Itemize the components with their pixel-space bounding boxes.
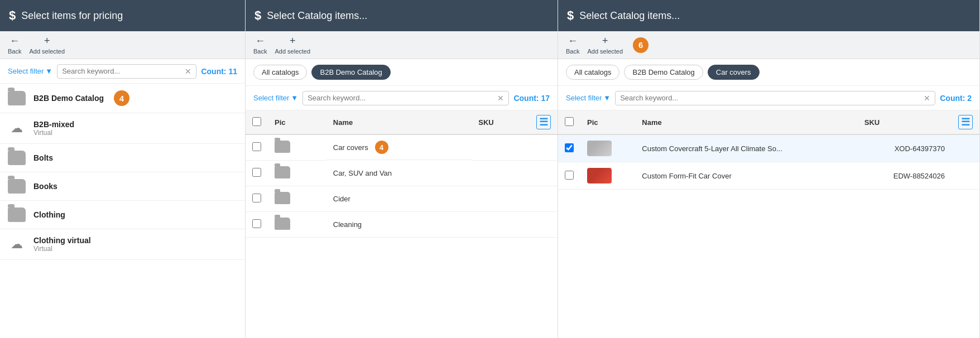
item-sub: Virtual	[33, 129, 74, 137]
chevron-down-icon: ▼	[603, 94, 611, 102]
col-list-icon: ☰	[952, 110, 979, 134]
product-thumbnail	[587, 168, 612, 184]
row-name-cell[interactable]: Cleaning	[326, 212, 472, 238]
panel2-title: Select Catalog items...	[267, 10, 367, 22]
panel3-filter-bar: Select filter ▼ ✕ Count: 2	[558, 86, 979, 110]
table-row: Custom Form-Fit Car Cover EDW-88524026	[558, 162, 979, 190]
row-sku-cell: EDW-88524026	[858, 162, 952, 190]
row-checkbox-cell	[246, 161, 268, 186]
row-checkbox[interactable]	[252, 219, 261, 228]
panel1-search-input[interactable]	[62, 67, 185, 75]
col-checkbox	[246, 110, 268, 134]
row-name-cell[interactable]: Cider	[326, 186, 472, 212]
tab-b2b-demo[interactable]: B2B Demo Catalog	[624, 65, 703, 80]
col-name: Name	[635, 110, 857, 134]
back-icon: ←	[9, 35, 20, 47]
badge: 6	[633, 37, 648, 53]
list-item[interactable]: ☁ Clothing virtual Virtual	[0, 229, 245, 260]
panel2-add-selected-button[interactable]: + Add selected	[275, 35, 310, 55]
panel3-list: Pic Name SKU ☰ Custom Covercraft 5-Layer…	[558, 110, 979, 338]
row-checkbox[interactable]	[565, 143, 574, 152]
table-row: Car covers 4	[246, 134, 558, 161]
add-icon: +	[602, 35, 608, 47]
cloud-icon: ☁	[8, 121, 26, 136]
list-item[interactable]: Books	[0, 172, 245, 201]
panel1-back-button[interactable]: ← Back	[8, 35, 21, 55]
tab-b2b-demo[interactable]: B2B Demo Catalog	[311, 65, 390, 80]
table-row: Cleaning	[246, 212, 558, 238]
panel3-back-button[interactable]: ← Back	[566, 35, 579, 55]
panel2-search-input[interactable]	[308, 94, 497, 102]
col-list-icon: ☰	[530, 110, 558, 134]
list-item[interactable]: B2B Demo Catalog 4	[0, 84, 245, 113]
panel1-select-filter-button[interactable]: Select filter ▼	[8, 67, 52, 75]
row-sku-cell	[472, 212, 530, 238]
panel3-add-selected-button[interactable]: + Add selected	[587, 35, 623, 55]
row-checkbox-cell	[246, 186, 268, 212]
item-name: B2B Demo Catalog	[33, 94, 104, 103]
tab-all-catalogs[interactable]: All catalogs	[253, 65, 307, 80]
chevron-down-icon: ▼	[45, 67, 52, 75]
row-name-cell[interactable]: Car covers 4	[326, 135, 472, 160]
list-view-icon[interactable]: ☰	[958, 115, 973, 129]
row-pic-cell	[580, 134, 635, 162]
row-pic-cell	[580, 162, 635, 190]
row-pic-cell	[268, 186, 326, 212]
tab-car-covers[interactable]: Car covers	[708, 65, 760, 80]
panel1-clear-icon[interactable]: ✕	[185, 67, 191, 76]
folder-icon	[275, 166, 290, 178]
table-row: Custom Covercraft 5-Layer All Climate So…	[558, 134, 979, 162]
badge: 4	[114, 90, 129, 106]
panel1-search-box: ✕	[57, 64, 196, 79]
panel3-catalog-tabs: All catalogs B2B Demo Catalog Car covers	[558, 59, 979, 86]
row-name-cell: Custom Form-Fit Car Cover	[635, 162, 857, 190]
panel-select-catalog-items-3: $ Select Catalog items... ← Back + Add s…	[558, 0, 980, 338]
cloud-icon: ☁	[8, 237, 26, 252]
row-checkbox[interactable]	[565, 171, 574, 180]
item-sub: Virtual	[33, 245, 91, 253]
panel2-search-box: ✕	[302, 91, 509, 105]
panel3-toolbar: ← Back + Add selected 6	[558, 31, 979, 59]
col-pic: Pic	[580, 110, 635, 134]
panel-select-items: $ Select items for pricing ← Back + Add …	[0, 0, 246, 338]
item-name: Books	[33, 182, 57, 191]
chevron-down-icon: ▼	[291, 94, 298, 102]
row-sku-cell: XOD-64397370	[858, 134, 952, 162]
list-item[interactable]: Clothing	[0, 201, 245, 229]
panel3-header: $ Select Catalog items...	[558, 0, 979, 31]
panel2-toolbar: ← Back + Add selected	[246, 31, 558, 59]
panel2-back-button[interactable]: ← Back	[253, 35, 267, 55]
panel2-select-filter-button[interactable]: Select filter ▼	[253, 94, 298, 102]
select-all-checkbox[interactable]	[252, 117, 261, 126]
panel2-header: $ Select Catalog items...	[246, 0, 558, 31]
panel3-search-input[interactable]	[620, 94, 924, 102]
tab-all-catalogs[interactable]: All catalogs	[566, 65, 619, 80]
row-checkbox[interactable]	[252, 142, 261, 151]
panel3-clear-icon[interactable]: ✕	[924, 94, 930, 103]
back-icon: ←	[255, 35, 265, 47]
panel2-clear-icon[interactable]: ✕	[497, 94, 504, 103]
list-item[interactable]: ☁ B2B-mixed Virtual	[0, 113, 245, 144]
folder-icon	[275, 192, 290, 204]
panel2-list: Pic Name SKU ☰ Car covers 4	[246, 110, 558, 338]
row-name-cell[interactable]: Car, SUV and Van	[326, 161, 472, 186]
panel2-catalog-tabs: All catalogs B2B Demo Catalog	[246, 59, 558, 86]
panel3-title: Select Catalog items...	[579, 10, 680, 22]
list-item[interactable]: Bolts	[0, 144, 245, 172]
row-checkbox[interactable]	[252, 194, 261, 202]
panel1-add-selected-button[interactable]: + Add selected	[29, 35, 65, 55]
item-name: B2B-mixed	[33, 120, 74, 129]
row-checkbox-cell	[246, 134, 268, 161]
folder-icon	[8, 151, 26, 165]
folder-icon	[275, 141, 290, 153]
folder-icon	[8, 91, 26, 105]
row-checkbox[interactable]	[252, 168, 261, 177]
item-name: Clothing virtual	[33, 236, 91, 245]
dollar-icon: $	[567, 8, 574, 23]
panel3-select-filter-button[interactable]: Select filter ▼	[566, 94, 611, 102]
row-pic-cell	[268, 134, 326, 161]
panel1-list: B2B Demo Catalog 4 ☁ B2B-mixed Virtual B…	[0, 84, 245, 338]
dollar-icon: $	[254, 8, 261, 23]
list-view-icon[interactable]: ☰	[536, 115, 551, 129]
select-all-checkbox[interactable]	[565, 117, 574, 126]
